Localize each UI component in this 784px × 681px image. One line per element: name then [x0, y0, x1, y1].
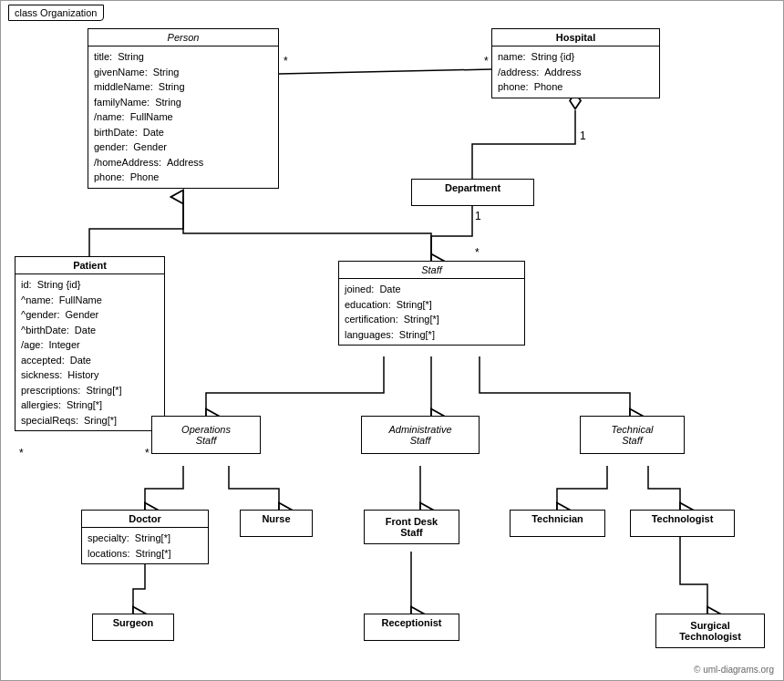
receptionist-class-name: Receptionist	[365, 614, 459, 631]
diagram-title: class Organization	[8, 5, 104, 21]
technologist-class: Technologist	[630, 510, 735, 537]
doctor-class: Doctor specialty:String[*] locations:Str…	[81, 510, 209, 564]
svg-text:*: *	[284, 55, 288, 67]
technical-staff-class-name: TechnicalStaff	[581, 417, 684, 453]
technician-class: Technician	[510, 510, 605, 537]
technical-staff-class: TechnicalStaff	[580, 416, 685, 454]
department-class: Department	[411, 179, 534, 206]
staff-attrs: joined:Date education:String[*] certific…	[339, 279, 524, 345]
department-class-name: Department	[412, 180, 533, 196]
svg-line-4	[279, 69, 491, 74]
svg-text:*: *	[145, 447, 150, 459]
operations-staff-class-name: OperationsStaff	[152, 417, 260, 453]
administrative-staff-class: AdministrativeStaff	[361, 416, 480, 454]
technologist-class-name: Technologist	[631, 511, 734, 527]
nurse-class: Nurse	[240, 510, 313, 537]
person-class: Person title:String givenName:String mid…	[88, 28, 279, 189]
svg-text:*: *	[475, 246, 480, 259]
technician-class-name: Technician	[511, 511, 604, 527]
svg-text:1: 1	[475, 210, 481, 222]
svg-text:1: 1	[580, 129, 586, 142]
svg-text:*: *	[19, 447, 24, 459]
front-desk-staff-class: Front DeskStaff	[364, 510, 459, 544]
copyright: © uml-diagrams.org	[694, 665, 774, 675]
hospital-class: Hospital name:String {id} /address:Addre…	[491, 28, 660, 98]
surgical-technologist-class-name: SurgicalTechnologist	[656, 614, 764, 647]
staff-class-name: Staff	[339, 262, 524, 279]
person-class-name: Person	[88, 29, 278, 46]
doctor-class-name: Doctor	[82, 511, 208, 528]
doctor-attrs: specialty:String[*] locations:String[*]	[82, 528, 208, 563]
front-desk-staff-class-name: Front DeskStaff	[365, 511, 459, 543]
patient-attrs: id:String {id} ^name:FullName ^gender:Ge…	[15, 274, 164, 430]
patient-class-name: Patient	[15, 257, 164, 274]
hospital-class-name: Hospital	[492, 29, 659, 46]
surgical-technologist-class: SurgicalTechnologist	[655, 614, 765, 648]
receptionist-class: Receptionist	[364, 614, 459, 641]
surgeon-class: Surgeon	[92, 614, 174, 641]
administrative-staff-class-name: AdministrativeStaff	[362, 417, 479, 453]
svg-text:*: *	[484, 55, 489, 67]
diagram-container: class Organization	[0, 0, 784, 681]
staff-class: Staff joined:Date education:String[*] ce…	[338, 261, 525, 346]
hospital-attrs: name:String {id} /address:Address phone:…	[492, 46, 659, 98]
operations-staff-class: OperationsStaff	[151, 416, 261, 454]
surgeon-class-name: Surgeon	[93, 614, 173, 631]
person-attrs: title:String givenName:String middleName…	[88, 46, 278, 188]
nurse-class-name: Nurse	[241, 511, 312, 527]
patient-class: Patient id:String {id} ^name:FullName ^g…	[15, 256, 165, 431]
